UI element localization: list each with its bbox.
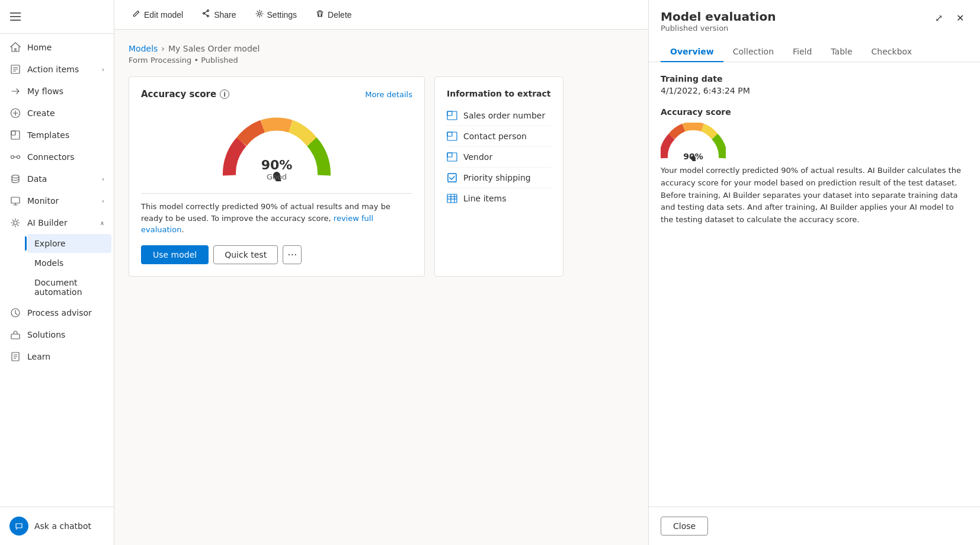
edit-icon <box>132 9 140 20</box>
sidebar-item-data-label: Data <box>27 174 102 184</box>
contact-person-field-icon <box>447 131 457 142</box>
svg-point-11 <box>14 221 17 225</box>
svg-rect-1 <box>10 16 21 17</box>
expand-panel-button[interactable]: ⤢ <box>930 9 947 26</box>
my-flows-icon <box>9 85 21 97</box>
sidebar-item-templates-label: Templates <box>27 130 104 140</box>
accuracy-score-label: Accuracy score <box>141 89 216 100</box>
svg-rect-10 <box>11 197 20 203</box>
monitor-icon <box>9 195 21 207</box>
gauge-label: 90% Good <box>261 158 293 181</box>
delete-button[interactable]: Delete <box>312 7 355 22</box>
gauge-container: 90% Good <box>141 107 412 186</box>
breadcrumb-parent[interactable]: Models <box>129 44 158 53</box>
priority-shipping-checkbox-icon <box>447 172 457 183</box>
sidebar-item-home[interactable]: Home <box>2 37 111 58</box>
more-details-link[interactable]: More details <box>365 90 412 99</box>
sidebar-item-solutions[interactable]: Solutions <box>2 324 111 345</box>
sales-order-field-icon <box>447 110 457 121</box>
quick-test-button[interactable]: Quick test <box>213 245 278 264</box>
panel-gauge-wrap: 90% <box>661 123 726 161</box>
panel-tabs: Overview Collection Field Table Checkbox <box>661 42 968 62</box>
svg-rect-2 <box>10 20 21 21</box>
tab-overview[interactable]: Overview <box>661 42 723 62</box>
chatbot-label: Ask a chatbot <box>34 521 91 531</box>
extract-item-priority-shipping: Priority shipping <box>447 168 551 188</box>
share-label: Share <box>214 10 236 20</box>
sidebar-item-templates[interactable]: Templates <box>2 124 111 146</box>
panel-title: Model evaluation Published version <box>661 9 776 40</box>
sidebar-item-create[interactable]: Create <box>2 102 111 124</box>
delete-icon <box>316 9 324 20</box>
more-options-button[interactable]: ⋯ <box>283 245 302 264</box>
use-model-button[interactable]: Use model <box>141 245 209 264</box>
training-date-value: 4/1/2022, 6:43:24 PM <box>661 86 968 95</box>
cards-row: Accuracy score i More details <box>129 76 634 277</box>
sidebar-item-learn[interactable]: Learn <box>2 346 111 367</box>
learn-icon <box>9 351 21 363</box>
close-button[interactable]: Close <box>661 517 708 536</box>
svg-rect-22 <box>447 111 452 116</box>
panel-subtitle-text: Published version <box>661 24 776 33</box>
sidebar-item-data[interactable]: Data › <box>2 168 111 190</box>
tab-field[interactable]: Field <box>783 42 821 62</box>
data-chevron: › <box>102 176 104 182</box>
sidebar-item-document-automation-label: Document automation <box>34 278 104 297</box>
accuracy-info-icon[interactable]: i <box>220 89 229 99</box>
templates-icon <box>9 129 21 141</box>
close-panel-button[interactable]: ✕ <box>952 9 968 26</box>
edit-model-label: Edit model <box>144 10 183 20</box>
edit-model-button[interactable]: Edit model <box>129 7 187 22</box>
svg-point-9 <box>12 175 19 178</box>
solutions-icon <box>9 329 21 341</box>
panel-title-text: Model evaluation <box>661 9 776 24</box>
line-items-table-icon <box>447 193 457 204</box>
sidebar-item-solutions-label: Solutions <box>27 330 104 339</box>
sidebar-item-models[interactable]: Models <box>27 254 111 272</box>
extract-item-contact-person: Contact person <box>447 126 551 147</box>
sidebar-item-document-automation[interactable]: Document automation <box>27 273 111 302</box>
sidebar-item-ai-builder[interactable]: AI Builder ∧ <box>2 212 111 233</box>
sidebar-item-home-label: Home <box>27 43 104 52</box>
sidebar-item-ai-builder-label: AI Builder <box>27 218 100 227</box>
tab-checkbox[interactable]: Checkbox <box>862 42 921 62</box>
hamburger-menu[interactable] <box>5 6 26 27</box>
monitor-chevron: › <box>102 198 104 204</box>
svg-rect-13 <box>11 334 20 339</box>
svg-rect-0 <box>10 12 21 14</box>
sidebar-item-monitor[interactable]: Monitor › <box>2 190 111 211</box>
sidebar-item-process-advisor[interactable]: Process advisor <box>2 302 111 323</box>
tab-collection[interactable]: Collection <box>723 42 783 62</box>
accuracy-card-header: Accuracy score i More details <box>141 89 412 100</box>
extract-card-title: Information to extract <box>447 89 551 98</box>
extract-item-vendor: Vendor <box>447 147 551 168</box>
panel-header: Model evaluation Published version ⤢ ✕ O… <box>649 0 980 62</box>
ai-builder-icon <box>9 217 21 229</box>
accuracy-card-title: Accuracy score i <box>141 89 229 100</box>
sidebar-item-action-items[interactable]: Action items › <box>2 59 111 80</box>
data-icon <box>9 173 21 185</box>
extract-item-vendor-label: Vendor <box>463 152 492 162</box>
sidebar-item-connectors[interactable]: Connectors <box>2 146 111 168</box>
create-icon <box>9 107 21 119</box>
sidebar-item-my-flows-label: My flows <box>27 86 104 96</box>
svg-point-8 <box>17 156 20 159</box>
svg-rect-24 <box>447 132 452 136</box>
settings-button[interactable]: Settings <box>252 7 301 22</box>
extract-item-line-items: Line items <box>447 188 551 209</box>
chatbot-button[interactable]: Ask a chatbot <box>2 512 111 540</box>
breadcrumb-current: My Sales Order model <box>168 44 260 53</box>
tab-table[interactable]: Table <box>821 42 861 62</box>
svg-point-18 <box>258 12 261 15</box>
sidebar-item-explore-label: Explore <box>34 239 104 248</box>
chatbot-icon <box>9 517 28 536</box>
panel-accuracy-label: Accuracy score <box>661 107 968 117</box>
sidebar-top <box>0 0 114 34</box>
sidebar-item-connectors-label: Connectors <box>27 152 104 162</box>
extract-item-contact-person-label: Contact person <box>463 132 527 141</box>
sidebar-bottom: Ask a chatbot <box>0 506 114 545</box>
share-button[interactable]: Share <box>198 7 239 22</box>
delete-label: Delete <box>328 10 351 20</box>
sidebar-item-my-flows[interactable]: My flows <box>2 81 111 102</box>
sidebar-item-explore[interactable]: Explore <box>27 234 111 253</box>
